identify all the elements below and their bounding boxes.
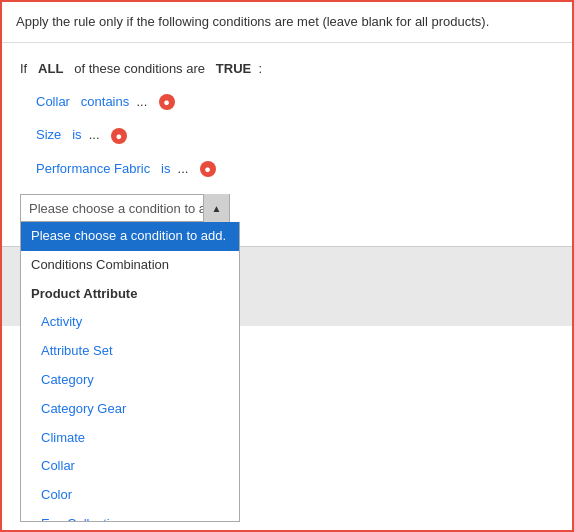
size-attribute-link[interactable]: Size: [36, 127, 61, 142]
size-remove-btn[interactable]: ●: [111, 128, 127, 144]
dropdown-item[interactable]: Eco Collection: [21, 510, 239, 522]
dropdown-item[interactable]: Activity: [21, 308, 239, 337]
content-area: If ALL of these conditions are TRUE : Co…: [2, 43, 572, 237]
collar-operator-link[interactable]: contains: [81, 94, 129, 109]
header-text: Apply the rule only if the following con…: [16, 14, 489, 29]
true-label[interactable]: TRUE: [216, 61, 251, 76]
if-label: If: [20, 61, 27, 76]
dropdown-placeholder: Please choose a condition to add.: [21, 201, 203, 216]
dropdown-item[interactable]: Collar: [21, 452, 239, 481]
dropdown-item[interactable]: Category Gear: [21, 395, 239, 424]
performance-fabric-operator-link[interactable]: is: [161, 161, 170, 176]
performance-fabric-remove-btn[interactable]: ●: [200, 161, 216, 177]
condition-dropdown-wrapper: Please choose a condition to add. ▲ Plea…: [20, 194, 230, 222]
dropdown-arrow-btn[interactable]: ▲: [203, 194, 229, 222]
dropdown-item[interactable]: Attribute Set: [21, 337, 239, 366]
dropdown-item[interactable]: Conditions Combination: [21, 251, 239, 280]
of-these-label: of these conditions are: [74, 61, 205, 76]
size-operator-link[interactable]: is: [72, 127, 81, 142]
dropdown-list: Please choose a condition to add.Conditi…: [20, 222, 240, 522]
collar-attribute-link[interactable]: Collar: [36, 94, 70, 109]
performance-fabric-attribute-link[interactable]: Performance Fabric: [36, 161, 150, 176]
dropdown-item[interactable]: Please choose a condition to add.: [21, 222, 239, 251]
collar-remove-btn[interactable]: ●: [159, 94, 175, 110]
conditions-header-row: If ALL of these conditions are TRUE :: [20, 57, 554, 80]
condition-row-collar: Collar contains ... ●: [36, 90, 554, 113]
condition-dropdown-trigger[interactable]: Please choose a condition to add. ▲: [20, 194, 230, 222]
all-label[interactable]: ALL: [38, 61, 63, 76]
condition-row-performance-fabric: Performance Fabric is ... ●: [36, 157, 554, 180]
dropdown-item[interactable]: Color: [21, 481, 239, 510]
condition-row-size: Size is ... ●: [36, 123, 554, 146]
dropdown-item[interactable]: Product Attribute: [21, 280, 239, 309]
dropdown-item[interactable]: Climate: [21, 424, 239, 453]
dropdown-item[interactable]: Category: [21, 366, 239, 395]
header-bar: Apply the rule only if the following con…: [2, 2, 572, 43]
main-container: Apply the rule only if the following con…: [0, 0, 574, 532]
